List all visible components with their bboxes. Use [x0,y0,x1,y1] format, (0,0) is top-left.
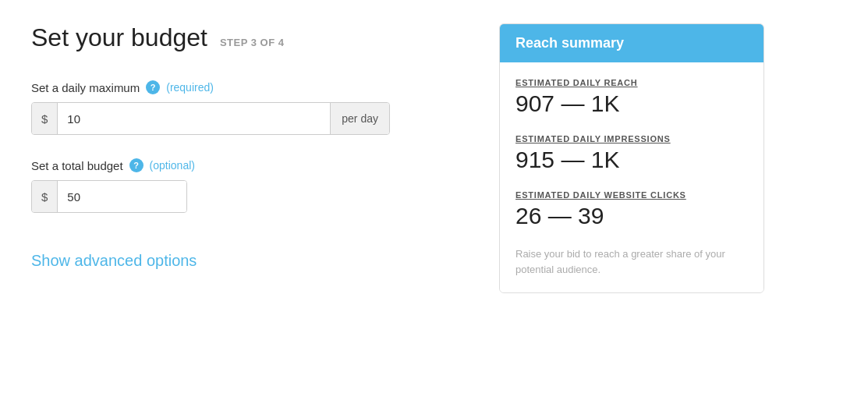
total-budget-input-row: $ [31,180,187,213]
reach-summary-title: Reach summary [515,35,624,51]
reach-metric-daily-impressions: ESTIMATED DAILY IMPRESSIONS 915 — 1K [515,134,748,173]
reach-metric-website-clicks-value: 26 — 39 [515,203,748,229]
daily-maximum-input[interactable] [58,103,330,134]
daily-maximum-prefix: $ [32,103,58,134]
reach-metric-daily-impressions-label: ESTIMATED DAILY IMPRESSIONS [515,134,748,143]
reach-metric-website-clicks: ESTIMATED DAILY WEBSITE CLICKS 26 — 39 [515,190,748,229]
reach-summary-body: ESTIMATED DAILY REACH 907 — 1K ESTIMATED… [500,62,763,292]
right-panel: Reach summary ESTIMATED DAILY REACH 907 … [499,23,764,293]
daily-maximum-required: (required) [166,81,214,94]
total-budget-help-icon[interactable]: ? [129,158,143,172]
total-budget-label: Set a total budget ? (optional) [31,158,468,172]
show-advanced-options-link[interactable]: Show advanced options [31,252,197,270]
total-budget-input[interactable] [58,181,187,212]
daily-maximum-section: Set a daily maximum ? (required) $ per d… [31,80,468,135]
reach-metric-daily-reach-label: ESTIMATED DAILY REACH [515,78,748,87]
reach-metric-daily-reach: ESTIMATED DAILY REACH 907 — 1K [515,78,748,117]
total-budget-section: Set a total budget ? (optional) $ [31,158,468,213]
daily-maximum-help-icon[interactable]: ? [146,80,160,94]
reach-metric-daily-impressions-value: 915 — 1K [515,147,748,173]
daily-maximum-label: Set a daily maximum ? (required) [31,80,468,94]
page-header: Set your budget STEP 3 OF 4 [31,23,468,52]
reach-summary-header: Reach summary [500,24,763,62]
total-budget-optional: (optional) [150,159,195,172]
reach-metric-daily-reach-value: 907 — 1K [515,90,748,117]
daily-maximum-input-row: $ per day [31,102,390,135]
daily-maximum-label-text: Set a daily maximum [31,81,140,94]
total-budget-label-text: Set a total budget [31,159,123,172]
daily-maximum-suffix: per day [330,103,389,134]
total-budget-prefix: $ [32,181,58,212]
main-layout: Set your budget STEP 3 OF 4 Set a daily … [0,0,868,317]
page-title: Set your budget [31,23,207,52]
reach-summary-card: Reach summary ESTIMATED DAILY REACH 907 … [499,23,764,293]
reach-note: Raise your bid to reach a greater share … [515,246,748,277]
step-label: STEP 3 OF 4 [220,37,285,48]
reach-metric-website-clicks-label: ESTIMATED DAILY WEBSITE CLICKS [515,190,748,200]
left-panel: Set your budget STEP 3 OF 4 Set a daily … [31,23,468,293]
